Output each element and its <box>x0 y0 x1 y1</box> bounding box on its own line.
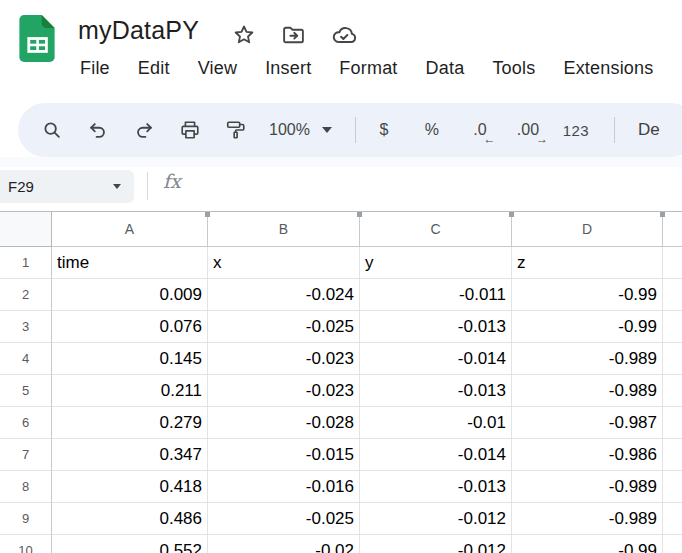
menu-insert[interactable]: Insert <box>251 56 325 81</box>
column-header-C[interactable]: C <box>360 212 512 247</box>
zoom-control[interactable]: 100% <box>269 121 332 139</box>
cell-A4[interactable]: 0.145 <box>52 343 208 375</box>
cell-A5[interactable]: 0.211 <box>52 375 208 407</box>
cell-filler[interactable] <box>663 407 682 439</box>
cell-filler[interactable] <box>663 343 682 375</box>
document-title[interactable]: myDataPY <box>78 16 199 45</box>
left-arrow-icon: ← <box>484 132 496 146</box>
row-header-2[interactable]: 2 <box>0 279 52 311</box>
cell-A2[interactable]: 0.009 <box>52 279 208 311</box>
row-header-5[interactable]: 5 <box>0 375 52 407</box>
cell-filler[interactable] <box>663 503 682 535</box>
row-header-3[interactable]: 3 <box>0 311 52 343</box>
cell-D9[interactable]: -0.989 <box>512 503 663 535</box>
cell-D5[interactable]: -0.989 <box>512 375 663 407</box>
cell-D1[interactable]: z <box>512 247 663 279</box>
menu-bar: File Edit View Insert Format Data Tools … <box>66 56 668 81</box>
menu-extensions[interactable]: Extensions <box>549 56 667 81</box>
cell-D3[interactable]: -0.99 <box>512 311 663 343</box>
print-icon[interactable] <box>171 111 209 149</box>
cloud-saved-icon[interactable] <box>331 22 357 48</box>
sheets-logo-icon[interactable] <box>19 15 55 62</box>
cell-C2[interactable]: -0.011 <box>360 279 512 311</box>
cell-filler[interactable] <box>663 471 682 503</box>
decrease-decimal-button[interactable]: .0← <box>461 121 499 139</box>
cell-A7[interactable]: 0.347 <box>52 439 208 471</box>
row-header-8[interactable]: 8 <box>0 471 52 503</box>
undo-icon[interactable] <box>79 111 117 149</box>
format-currency-button[interactable]: $ <box>365 121 403 139</box>
cell-C4[interactable]: -0.014 <box>360 343 512 375</box>
cell-C8[interactable]: -0.013 <box>360 471 512 503</box>
cell-C10[interactable]: -0.012 <box>360 535 512 553</box>
cell-C5[interactable]: -0.013 <box>360 375 512 407</box>
column-header-D[interactable]: D <box>512 212 663 247</box>
cell-A6[interactable]: 0.279 <box>52 407 208 439</box>
format-percent-button[interactable]: % <box>413 121 451 139</box>
more-formats-button[interactable]: 123 <box>557 122 595 139</box>
row-header-4[interactable]: 4 <box>0 343 52 375</box>
cell-D7[interactable]: -0.986 <box>512 439 663 471</box>
table-row-9: 90.486-0.025-0.012-0.989 <box>0 503 682 535</box>
cell-B8[interactable]: -0.016 <box>208 471 360 503</box>
row-header-7[interactable]: 7 <box>0 439 52 471</box>
name-box[interactable]: F29 <box>0 170 134 203</box>
redo-icon[interactable] <box>125 111 163 149</box>
cell-C9[interactable]: -0.012 <box>360 503 512 535</box>
font-selector[interactable]: De <box>638 120 660 140</box>
cell-D6[interactable]: -0.987 <box>512 407 663 439</box>
table-row-2: 20.009-0.024-0.011-0.99 <box>0 279 682 311</box>
cell-B4[interactable]: -0.023 <box>208 343 360 375</box>
increase-decimal-button[interactable]: .00→ <box>509 121 547 139</box>
select-all-corner[interactable] <box>0 212 52 247</box>
row-header-1[interactable]: 1 <box>0 247 52 279</box>
zoom-level: 100% <box>269 121 310 139</box>
cell-filler[interactable] <box>663 247 682 279</box>
cell-D8[interactable]: -0.989 <box>512 471 663 503</box>
cell-A8[interactable]: 0.418 <box>52 471 208 503</box>
toolbar: 100% $ % .0← .00→ 123 De <box>18 103 682 157</box>
menu-edit[interactable]: Edit <box>124 56 184 81</box>
menu-format[interactable]: Format <box>325 56 411 81</box>
paint-format-icon[interactable] <box>217 111 255 149</box>
cell-D10[interactable]: -0.99 <box>512 535 663 553</box>
cell-C1[interactable]: y <box>360 247 512 279</box>
cell-A1[interactable]: time <box>52 247 208 279</box>
row-header-9[interactable]: 9 <box>0 503 52 535</box>
cell-B9[interactable]: -0.025 <box>208 503 360 535</box>
toolbar-divider <box>614 117 615 143</box>
menu-tools[interactable]: Tools <box>478 56 549 81</box>
cell-D2[interactable]: -0.99 <box>512 279 663 311</box>
cell-C7[interactable]: -0.014 <box>360 439 512 471</box>
cell-filler[interactable] <box>663 311 682 343</box>
cell-filler[interactable] <box>663 279 682 311</box>
cell-A10[interactable]: 0.552 <box>52 535 208 553</box>
cell-B7[interactable]: -0.015 <box>208 439 360 471</box>
menu-data[interactable]: Data <box>412 56 479 81</box>
grid-rows: 1timexyz20.009-0.024-0.011-0.9930.076-0.… <box>0 247 682 553</box>
fx-icon: fx <box>163 170 181 192</box>
row-header-6[interactable]: 6 <box>0 407 52 439</box>
cell-B1[interactable]: x <box>208 247 360 279</box>
cell-B10[interactable]: -0.02 <box>208 535 360 553</box>
move-folder-icon[interactable] <box>281 23 306 48</box>
column-header-B[interactable]: B <box>208 212 360 247</box>
row-header-10[interactable]: 10 <box>0 535 52 553</box>
menu-view[interactable]: View <box>184 56 252 81</box>
cell-C6[interactable]: -0.01 <box>360 407 512 439</box>
cell-filler[interactable] <box>663 439 682 471</box>
cell-A3[interactable]: 0.076 <box>52 311 208 343</box>
cell-B3[interactable]: -0.025 <box>208 311 360 343</box>
cell-B2[interactable]: -0.024 <box>208 279 360 311</box>
cell-D4[interactable]: -0.989 <box>512 343 663 375</box>
cell-filler[interactable] <box>663 535 682 553</box>
cell-filler[interactable] <box>663 375 682 407</box>
cell-B6[interactable]: -0.028 <box>208 407 360 439</box>
search-icon[interactable] <box>33 111 71 149</box>
cell-C3[interactable]: -0.013 <box>360 311 512 343</box>
cell-A9[interactable]: 0.486 <box>52 503 208 535</box>
star-icon[interactable] <box>232 23 256 47</box>
cell-B5[interactable]: -0.023 <box>208 375 360 407</box>
menu-file[interactable]: File <box>66 56 124 81</box>
column-header-A[interactable]: A <box>52 212 208 247</box>
